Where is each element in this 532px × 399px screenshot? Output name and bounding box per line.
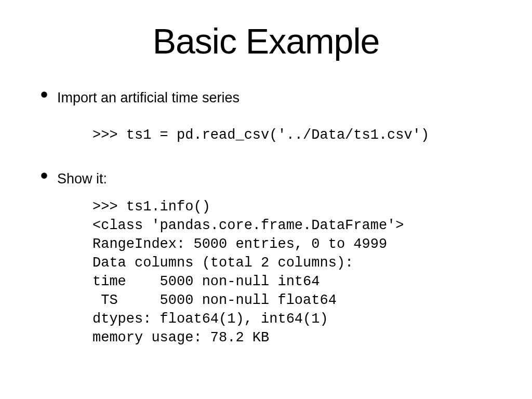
bullet-text: Import an artificial time series [57, 87, 240, 107]
bullet-item: • Show it: [36, 168, 496, 188]
bullet-item: • Import an artificial time series [36, 87, 496, 107]
bullet-text: Show it: [57, 168, 107, 188]
code-block: >>> ts1 = pd.read_csv('../Data/ts1.csv') [92, 126, 496, 144]
slide-title: Basic Example [36, 21, 496, 61]
code-block: >>> ts1.info() <class 'pandas.core.frame… [92, 197, 496, 347]
bullet-icon: • [41, 87, 48, 102]
bullet-icon: • [41, 168, 48, 183]
